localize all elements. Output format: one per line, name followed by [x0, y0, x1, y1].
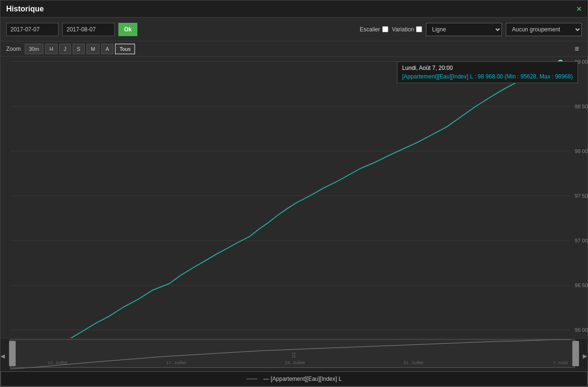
svg-text:▶: ▶	[583, 353, 588, 359]
variation-label: Variation	[392, 26, 414, 33]
legend-series-label: — [Appartement][Eau][Index] L	[263, 376, 342, 382]
svg-text:97 500: 97 500	[575, 193, 588, 199]
chart-line	[10, 63, 560, 338]
zoom-s[interactable]: S	[73, 44, 85, 54]
svg-text:⠿: ⠿	[291, 352, 296, 359]
chart-type-select[interactable]: Ligne Barre Aire	[426, 23, 502, 36]
zoom-bar: Zoom 30m H J S M A Tous ≡	[0, 41, 588, 57]
svg-text:96 500: 96 500	[575, 282, 588, 288]
grouping-select[interactable]: Aucun groupement Heure Jour Semaine Mois	[506, 23, 582, 36]
close-icon[interactable]: ✕	[576, 5, 582, 13]
tooltip-dot	[558, 60, 563, 65]
svg-text:31. Juillet: 31. Juillet	[404, 360, 424, 365]
svg-rect-33	[9, 341, 16, 366]
zoom-tous[interactable]: Tous	[115, 44, 135, 54]
chart-container: 99 000 98 500 98 000 97 500 97 000 96 50…	[0, 57, 588, 338]
svg-text:24. Juillet: 24. Juillet	[285, 360, 305, 365]
zoom-30m[interactable]: 30m	[25, 44, 43, 54]
date-from-input[interactable]	[6, 23, 58, 36]
zoom-h[interactable]: H	[45, 44, 58, 54]
svg-text:96 000: 96 000	[575, 327, 588, 333]
zoom-a[interactable]: A	[101, 44, 113, 54]
svg-text:7. Août: 7. Août	[553, 360, 568, 365]
escalier-label: Escalier	[360, 26, 380, 33]
svg-text:98 500: 98 500	[575, 104, 588, 109]
date-to-input[interactable]	[62, 23, 115, 36]
legend-bar: — [Appartement][Eau][Index] L	[0, 371, 588, 387]
legend-line-icon	[246, 378, 258, 379]
chart-svg: 99 000 98 500 98 000 97 500 97 000 96 50…	[0, 57, 588, 338]
page-title: Historique	[6, 5, 44, 13]
svg-text:97 000: 97 000	[575, 238, 588, 243]
ok-button[interactable]: Ok	[118, 23, 137, 36]
svg-text:99 000: 99 000	[575, 59, 588, 65]
svg-text:98 000: 98 000	[575, 148, 588, 154]
svg-text:◀: ◀	[0, 353, 5, 359]
svg-text:17. Juillet: 17. Juillet	[166, 360, 186, 365]
svg-rect-34	[572, 341, 579, 366]
menu-icon[interactable]: ≡	[572, 44, 582, 54]
zoom-label: Zoom	[6, 46, 21, 52]
zoom-m[interactable]: M	[87, 44, 99, 54]
navigator-svg: 10. Juillet 17. Juillet 24. Juillet 31. …	[0, 339, 588, 371]
navigator: 10. Juillet 17. Juillet 24. Juillet 31. …	[0, 338, 588, 371]
variation-group: Variation	[392, 26, 422, 33]
zoom-j[interactable]: J	[59, 44, 71, 54]
escalier-checkbox[interactable]	[382, 26, 388, 32]
escalier-group: Escalier	[360, 26, 388, 33]
title-bar: Historique ✕	[0, 0, 588, 18]
svg-text:10. Juillet: 10. Juillet	[48, 360, 67, 365]
variation-checkbox[interactable]	[416, 26, 422, 32]
controls-bar: Ok Escalier Variation Ligne Barre Aire A…	[0, 18, 588, 41]
